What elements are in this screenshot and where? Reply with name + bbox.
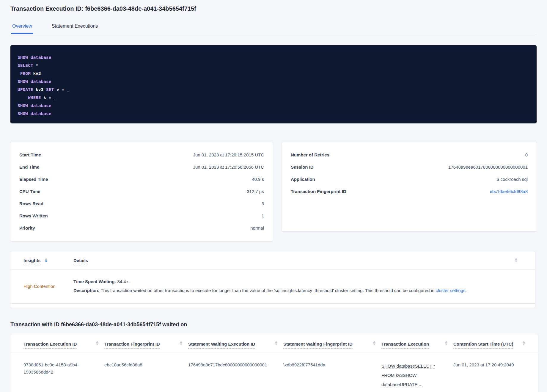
sql-token: SHOW database bbox=[18, 103, 51, 108]
summary-value: 1 bbox=[262, 213, 264, 218]
summary-label: Number of Retries bbox=[291, 152, 329, 157]
summary-row-rows-written: Rows Written 1 bbox=[19, 210, 264, 222]
summary-label: Transaction Fingerprint ID bbox=[291, 189, 346, 194]
header-right-sort bbox=[511, 258, 517, 263]
sql-line: WHERE k = _ bbox=[18, 94, 529, 102]
divider bbox=[10, 303, 535, 304]
tab-overview[interactable]: Overview bbox=[11, 21, 33, 34]
tab-statement-executions[interactable]: Statement Executions bbox=[51, 21, 99, 34]
column-sort-header[interactable]: Transaction Execution bbox=[381, 341, 429, 349]
summary-label: Rows Written bbox=[19, 213, 48, 218]
sql-token: FROM bbox=[20, 71, 31, 76]
sql-token: kv3 bbox=[33, 87, 43, 92]
summary-row-retries: Number of Retries 0 bbox=[291, 149, 528, 161]
sort-icon[interactable] bbox=[523, 341, 525, 345]
column-sort-header[interactable]: Contention Start Time (UTC) bbox=[453, 341, 513, 349]
cell-txn-fingerprint-id: ebc10ae56cfd88a8 bbox=[104, 361, 182, 389]
column-sort-header[interactable]: Statement Waiting Execution ID bbox=[188, 341, 255, 349]
sort-icon[interactable] bbox=[96, 341, 98, 345]
column-header-transaction-execution: Transaction Execution bbox=[381, 341, 447, 349]
waiting-value: 34.4 s bbox=[116, 279, 129, 284]
sql-token: kv3 bbox=[31, 71, 41, 76]
summary-label: CPU Time bbox=[19, 189, 40, 194]
summary-card-times: Start Time Jun 01, 2023 at 17:20:15:2015… bbox=[10, 142, 273, 241]
transaction-execution-link[interactable]: SHOW databaseSELECT * FROM kv3SHOW datab… bbox=[381, 363, 435, 387]
details-sort-header[interactable]: Details bbox=[73, 258, 88, 265]
summary-row-end-time: End Time Jun 01, 2023 at 17:20:56:2056 U… bbox=[19, 161, 264, 173]
summary-label: Application bbox=[291, 177, 315, 182]
sql-token: SHOW database bbox=[18, 55, 51, 60]
summary-value: Jun 01, 2023 at 17:20:56:2056 UTC bbox=[193, 164, 264, 170]
summary-value: $ cockroach sql bbox=[497, 177, 528, 182]
sql-line: SHOW database bbox=[18, 102, 529, 110]
sql-line: UPDATE kv3 SET v = _ bbox=[18, 86, 529, 94]
sql-line: SHOW database bbox=[18, 78, 529, 86]
waited-table-header: Transaction Execution ID Transaction Fin… bbox=[10, 334, 538, 353]
description-label: Description: bbox=[73, 288, 100, 293]
sort-icon[interactable] bbox=[515, 258, 517, 262]
cell-contention-start-time: Jun 01, 2023 at 17:20:49:2049 bbox=[453, 361, 525, 389]
summary-value: 312.7 µs bbox=[247, 189, 264, 194]
sql-line: SHOW database bbox=[18, 54, 529, 62]
sql-token: SHOW database bbox=[18, 111, 51, 116]
column-sort-header[interactable]: Transaction Fingerprint ID bbox=[104, 341, 160, 349]
sql-line: SELECT * bbox=[18, 62, 529, 70]
summary-label: Session ID bbox=[291, 164, 314, 170]
insights-table-header: Insights Details bbox=[10, 251, 535, 269]
sql-token bbox=[18, 95, 28, 100]
time-spent-waiting: Time Spent Waiting: 34.4 s bbox=[73, 277, 522, 286]
details-column-header: Details bbox=[73, 258, 511, 265]
summary-row-application: Application $ cockroach sql bbox=[291, 173, 528, 185]
cell-stmt-waiting-fingerprint-id: \xdb8922f077541dda bbox=[283, 361, 375, 389]
cell-stmt-waiting-execution-id: 176498a9c717bdc80000000000000001 bbox=[188, 361, 277, 389]
summary-value: 40.9 s bbox=[252, 177, 264, 182]
summary-label: Start Time bbox=[19, 152, 41, 157]
summary-value: 3 bbox=[262, 201, 264, 206]
insight-type-label: High Contention bbox=[23, 284, 73, 289]
column-header-stmt-waiting-execution-id: Statement Waiting Execution ID bbox=[188, 341, 277, 349]
summary-row-cpu-time: CPU Time 312.7 µs bbox=[19, 185, 264, 197]
column-sort-header[interactable]: Transaction Execution ID bbox=[23, 341, 77, 349]
insight-row: High Contention Time Spent Waiting: 34.4… bbox=[10, 269, 535, 303]
waited-on-table-card: Transaction Execution ID Transaction Fin… bbox=[10, 334, 538, 392]
column-header-txn-fingerprint-id: Transaction Fingerprint ID bbox=[104, 341, 182, 349]
cluster-settings-link[interactable]: cluster settings bbox=[436, 288, 465, 293]
page-title: Transaction Execution ID: f6be6366-da03-… bbox=[10, 0, 537, 12]
column-header-txn-execution-id: Transaction Execution ID bbox=[23, 341, 98, 349]
tab-bar: Overview Statement Executions bbox=[10, 21, 537, 34]
insights-column-header: Insights bbox=[23, 258, 73, 265]
sql-token: * bbox=[33, 63, 38, 68]
insights-table-card: Insights Details High Contention Time Sp… bbox=[10, 251, 535, 308]
summary-label: End Time bbox=[19, 164, 39, 170]
sql-token: k = _ bbox=[41, 95, 56, 100]
sort-icon[interactable] bbox=[180, 341, 182, 345]
table-row: 9738d051-bc0e-4158-a9b4-1903586ddd42 ebc… bbox=[10, 353, 538, 392]
cell-transaction-execution: SHOW databaseSELECT * FROM kv3SHOW datab… bbox=[381, 361, 438, 389]
sql-token: SELECT bbox=[18, 63, 33, 68]
summary-card-session: Number of Retries 0 Session ID 17648a9ee… bbox=[282, 142, 537, 231]
insights-sort-header[interactable]: Insights bbox=[23, 258, 41, 265]
column-sort-header[interactable]: Statement Waiting Fingerprint ID bbox=[283, 341, 353, 349]
description-suffix: . bbox=[465, 288, 466, 293]
summary-row-session-id: Session ID 17648a9eea6017800000000000000… bbox=[291, 161, 528, 173]
column-header-stmt-waiting-fingerprint-id: Statement Waiting Fingerprint ID bbox=[283, 341, 375, 349]
description-text: This transaction waited on other transac… bbox=[100, 288, 436, 293]
sort-icon[interactable] bbox=[445, 341, 447, 345]
sort-icon[interactable] bbox=[373, 341, 375, 345]
summary-row-elapsed-time: Elapsed Time 40.9 s bbox=[19, 173, 264, 185]
insight-description: Description: This transaction waited on … bbox=[73, 286, 522, 295]
summary-value: normal bbox=[250, 225, 264, 231]
sql-token: v = _ bbox=[54, 87, 69, 92]
sort-icon[interactable] bbox=[45, 258, 47, 262]
sql-token: WHERE bbox=[28, 95, 41, 100]
sql-token: UPDATE bbox=[18, 87, 33, 92]
insight-details: Time Spent Waiting: 34.4 s Description: … bbox=[73, 277, 522, 295]
sort-icon[interactable] bbox=[275, 341, 277, 345]
sql-token: SET bbox=[43, 87, 54, 92]
summary-value: 0 bbox=[525, 152, 528, 157]
sql-line: SHOW database bbox=[18, 110, 529, 118]
transaction-fingerprint-link[interactable]: ebc10ae56cfd88a8 bbox=[490, 189, 528, 194]
sql-line: FROM kv3 bbox=[18, 70, 529, 78]
summary-row-priority: Priority normal bbox=[19, 222, 264, 234]
cell-txn-execution-id: 9738d051-bc0e-4158-a9b4-1903586ddd42 bbox=[23, 361, 86, 389]
